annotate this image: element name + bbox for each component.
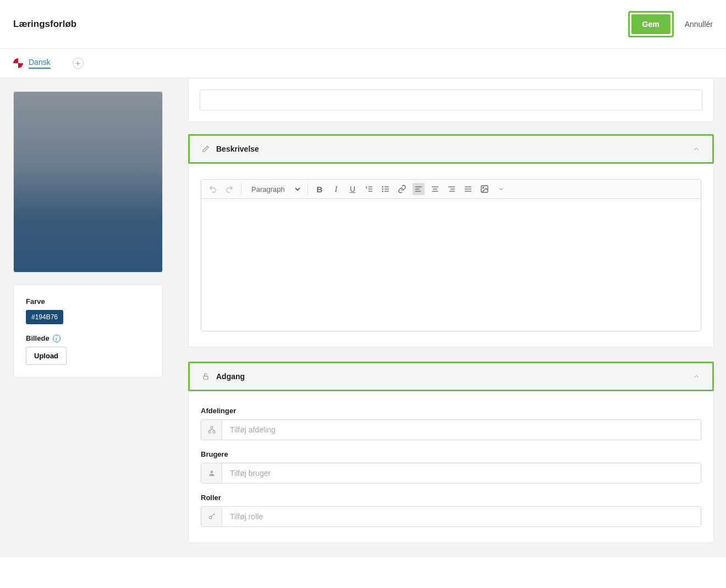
section-title-description: Beskrivelse <box>216 145 259 153</box>
key-icon <box>201 507 222 526</box>
section-title-access: Adgang <box>216 372 245 381</box>
save-button-highlight: Gem <box>628 11 674 37</box>
cancel-button[interactable]: Annullér <box>685 20 713 29</box>
users-field <box>201 463 701 484</box>
align-center-icon[interactable] <box>429 183 441 195</box>
add-language-button[interactable]: + <box>73 58 84 69</box>
underline-icon[interactable]: U <box>346 183 359 195</box>
section-body-access: Afdelinger Brugere Roller <box>188 391 714 543</box>
language-bar: Dansk + <box>0 49 726 78</box>
rich-text-editor: Paragraph B I U <box>201 179 701 331</box>
section-header-description[interactable]: Beskrivelse <box>188 134 714 164</box>
bold-icon[interactable]: B <box>314 183 326 195</box>
svg-point-31 <box>209 516 212 519</box>
appearance-card: Farve #194B76 Billede i Upload <box>13 285 163 378</box>
color-chip[interactable]: #194B76 <box>26 310 63 324</box>
image-label: Billede <box>26 334 50 342</box>
undo-icon[interactable] <box>207 183 219 195</box>
section-header-access[interactable]: Adgang <box>188 362 714 391</box>
svg-line-33 <box>213 514 214 515</box>
text-field[interactable] <box>200 90 702 110</box>
sidebar: Farve #194B76 Billede i Upload <box>0 78 176 557</box>
info-icon[interactable]: i <box>53 335 61 342</box>
svg-point-8 <box>382 191 383 191</box>
departments-field <box>201 419 701 440</box>
svg-rect-26 <box>213 431 215 433</box>
content-area: Farve #194B76 Billede i Upload Beskrivel… <box>0 78 726 557</box>
image-icon[interactable] <box>479 183 491 195</box>
language-link[interactable]: Dansk <box>29 58 51 69</box>
ordered-list-icon[interactable] <box>363 183 375 195</box>
svg-point-22 <box>483 187 484 188</box>
chevron-down-icon[interactable] <box>495 183 507 195</box>
header-actions: Gem Annullér <box>628 11 713 37</box>
roles-label: Roller <box>201 493 701 502</box>
user-icon <box>201 463 222 483</box>
unordered-list-icon[interactable] <box>380 183 392 195</box>
upload-button[interactable]: Upload <box>26 347 67 365</box>
roles-field <box>201 506 701 527</box>
svg-rect-25 <box>208 431 211 433</box>
redo-icon[interactable] <box>223 183 235 195</box>
save-button[interactable]: Gem <box>631 14 670 34</box>
section-body-description: Paragraph B I U <box>188 164 714 347</box>
preview-image <box>13 91 163 273</box>
align-justify-icon[interactable] <box>462 183 474 195</box>
main-column: Beskrivelse <box>176 78 726 557</box>
italic-icon[interactable]: I <box>330 183 342 195</box>
editor-textarea[interactable] <box>201 199 701 331</box>
editor-toolbar: Paragraph B I U <box>201 180 701 199</box>
format-select[interactable]: Paragraph <box>247 184 302 195</box>
svg-rect-24 <box>211 426 213 429</box>
users-input[interactable] <box>222 463 701 483</box>
unlock-icon <box>202 373 210 380</box>
org-icon <box>201 420 222 440</box>
svg-point-6 <box>382 186 383 187</box>
denmark-flag-icon <box>13 58 23 68</box>
svg-rect-23 <box>204 376 208 379</box>
page-header: Læringsforløb Gem Annullér <box>0 0 726 49</box>
color-label: Farve <box>26 297 150 306</box>
roles-input[interactable] <box>222 507 701 526</box>
image-label-row: Billede i <box>26 334 150 342</box>
users-label: Brugere <box>201 450 701 458</box>
departments-label: Afdelinger <box>201 407 701 415</box>
svg-point-7 <box>382 188 383 189</box>
chevron-up-icon <box>692 373 700 380</box>
align-left-icon[interactable] <box>413 183 425 195</box>
page-title: Læringsforløb <box>13 19 76 30</box>
align-right-icon[interactable] <box>446 183 458 195</box>
pencil-icon <box>202 145 210 153</box>
chevron-up-icon <box>692 145 700 153</box>
departments-input[interactable] <box>222 420 701 440</box>
previous-section-card <box>188 78 714 122</box>
link-icon[interactable] <box>396 183 408 195</box>
